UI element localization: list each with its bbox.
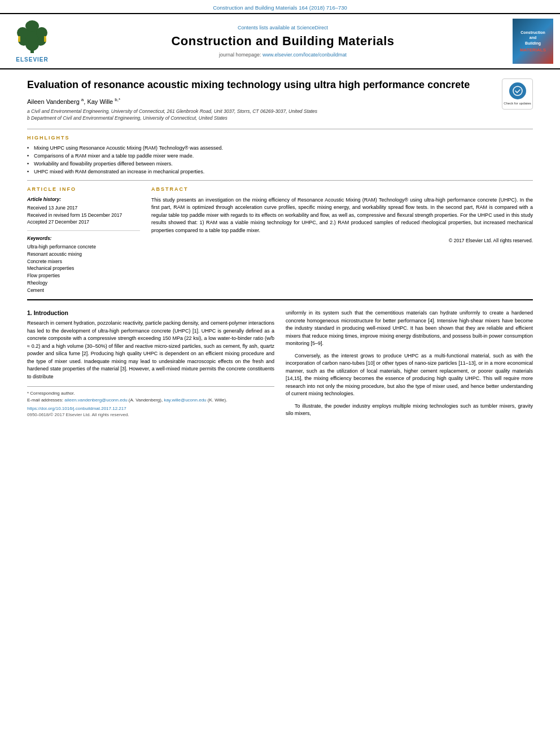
- affiliations: a Civil and Environmental Engineering, U…: [27, 108, 495, 122]
- highlights-section: HIGHLIGHTS Mixing UHPC using Resonance A…: [27, 135, 533, 174]
- footnote-area: * Corresponding author. E-mail addresses…: [27, 386, 274, 417]
- article-title-text: Evaluation of resonance acoustic mixing …: [27, 78, 495, 122]
- highlight-item: UHPC mixed with RAM demonstrated an incr…: [27, 169, 533, 174]
- journal-header: ELSEVIER Contents lists available at Sci…: [0, 13, 560, 69]
- keyword-1: Resonant acoustic mixing: [27, 251, 140, 258]
- intro-para3: Conversely, as the interest grows to pro…: [286, 352, 533, 398]
- abstract-text: This study presents an investigation on …: [151, 196, 533, 235]
- sciencedirect-link[interactable]: ScienceDirect: [297, 25, 329, 30]
- journal-logo-right: ConstructionandBuilding MATERIALS: [508, 19, 553, 64]
- email2-name: (K. Wille).: [208, 397, 228, 403]
- top-bar: Construction and Building Materials 164 …: [0, 0, 560, 13]
- journal-homepage: journal homepage: www.elsevier.com/locat…: [58, 52, 508, 58]
- elsevier-brand: ELSEVIER: [16, 56, 48, 63]
- highlights-list: Mixing UHPC using Resonance Acoustic Mix…: [27, 145, 533, 174]
- check-updates-badge[interactable]: Check for updates: [502, 78, 533, 110]
- history-label: Article history:: [27, 196, 140, 202]
- email2-link[interactable]: kay.wille@uconn.edu: [164, 397, 206, 403]
- intro-heading: 1. Introduction: [27, 309, 274, 316]
- highlight-item: Workability and flowability properties d…: [27, 161, 533, 167]
- divider-thick: [27, 299, 533, 300]
- svg-rect-9: [44, 36, 46, 42]
- highlights-label: HIGHLIGHTS: [27, 135, 533, 141]
- keyword-2: Concrete mixers: [27, 258, 140, 265]
- check-updates-icon: [513, 86, 523, 96]
- svg-point-7: [25, 20, 39, 32]
- article-title-section: Evaluation of resonance acoustic mixing …: [27, 78, 533, 122]
- received-date: Received 13 June 2017: [27, 204, 140, 212]
- main-content: Evaluation of resonance acoustic mixing …: [0, 69, 560, 431]
- keywords-label: Keywords:: [27, 235, 140, 241]
- svg-point-10: [513, 86, 522, 95]
- journal-center: Contents lists available at ScienceDirec…: [58, 25, 508, 58]
- body-col-left: 1. Introduction Research in cement hydra…: [27, 309, 274, 422]
- divider-2: [27, 180, 533, 181]
- intro-para4: To illustrate, the powder industry emplo…: [286, 403, 533, 418]
- journal-title: Construction and Building Materials: [58, 34, 508, 49]
- contents-line: Contents lists available at ScienceDirec…: [58, 25, 508, 30]
- keyword-3: Mechanical properties: [27, 265, 140, 272]
- intro-para2: uniformly in its system such that the ce…: [286, 309, 533, 348]
- keyword-4: Flow properties: [27, 272, 140, 279]
- received-revised-date: Received in revised form 15 December 201…: [27, 212, 140, 219]
- authors: Aileen Vandenberg a, Kay Wille b,*: [27, 97, 495, 105]
- article-title: Evaluation of resonance acoustic mixing …: [27, 78, 495, 91]
- email-line: E-mail addresses: aileen.vandenberg@ucon…: [27, 397, 274, 404]
- body-two-col: 1. Introduction Research in cement hydra…: [27, 309, 533, 422]
- copyright-line: © 2017 Elsevier Ltd. All rights reserved…: [151, 238, 533, 243]
- issn-line: 0950-0618/© 2017 Elsevier Ltd. All right…: [27, 412, 274, 417]
- abstract-col: ABSTRACT This study presents an investig…: [151, 186, 533, 294]
- corresponding-note: * Corresponding author.: [27, 390, 274, 397]
- email1-link[interactable]: aileen.vandenberg@uconn.edu: [64, 397, 127, 403]
- homepage-url: www.elsevier.com/locate/conbuildmat: [262, 52, 347, 58]
- keyword-0: Ultra-high performance concrete: [27, 243, 140, 251]
- logo-text-bottom: MATERIALS: [520, 47, 546, 53]
- badge-circle: [509, 82, 526, 99]
- svg-rect-8: [18, 36, 20, 42]
- badge-label: Check for updates: [504, 102, 531, 106]
- email1-name: (A. Vandenberg),: [129, 397, 163, 403]
- abstract-label: ABSTRACT: [151, 186, 533, 192]
- email-label: E-mail addresses:: [27, 397, 63, 403]
- article-history: Article history: Received 13 June 2017 R…: [27, 196, 140, 231]
- journal-logo-box: ConstructionandBuilding MATERIALS: [513, 19, 553, 64]
- affiliation-b: b Department of Civil and Environmental …: [27, 115, 495, 122]
- divider-1: [27, 129, 533, 129]
- doi-line[interactable]: https://doi.org/10.1016/j.conbuildmat.20…: [27, 406, 274, 411]
- article-info-abstract: ARTICLE INFO Article history: Received 1…: [27, 186, 533, 294]
- article-info-label: ARTICLE INFO: [27, 186, 140, 192]
- article-info-col: ARTICLE INFO Article history: Received 1…: [27, 186, 140, 294]
- affiliation-a: a Civil and Environmental Engineering, U…: [27, 108, 495, 115]
- elsevier-logo: ELSEVIER: [7, 20, 58, 63]
- keyword-5: Rheology: [27, 279, 140, 287]
- journal-citation-link[interactable]: Construction and Building Materials 164 …: [213, 5, 347, 11]
- page: Construction and Building Materials 164 …: [0, 0, 560, 747]
- logo-text-top: ConstructionandBuilding: [520, 30, 545, 45]
- highlight-item: Comparisons of a RAM mixer and a table t…: [27, 153, 533, 159]
- highlight-item: Mixing UHPC using Resonance Acoustic Mix…: [27, 145, 533, 151]
- elsevier-tree-icon: [12, 20, 52, 54]
- intro-para1: Research in cement hydration, pozzolanic…: [27, 320, 274, 381]
- body-col-right: uniformly in its system such that the ce…: [286, 309, 533, 422]
- keywords-section: Keywords: Ultra-high performance concret…: [27, 235, 140, 294]
- keyword-6: Cement: [27, 287, 140, 294]
- author-names: Aileen Vandenberg a, Kay Wille b,*: [27, 98, 120, 105]
- accepted-date: Accepted 27 December 2017: [27, 219, 140, 226]
